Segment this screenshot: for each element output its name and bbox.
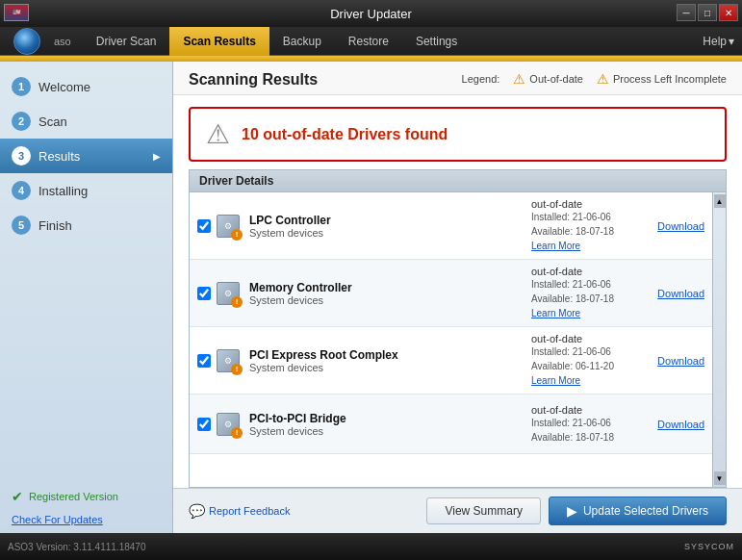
- sidebar-item-results[interactable]: 3 Results ▶: [0, 139, 172, 173]
- warning-badge-4: !: [231, 427, 243, 439]
- step-5-number: 5: [12, 216, 31, 235]
- driver-meta-2: Installed: 21-06-06 Available: 18-07-18 …: [531, 277, 627, 320]
- step-1-number: 1: [12, 77, 31, 96]
- legend: Legend: ⚠ Out-of-date ⚠ Process Left Inc…: [462, 71, 727, 87]
- table-row: ⚙ ! PCI-to-PCI Bridge System devices out…: [190, 395, 712, 454]
- scrollbar[interactable]: ▲ ▼: [713, 191, 727, 488]
- download-link-3[interactable]: Download: [657, 355, 704, 367]
- warning-badge-1: !: [231, 229, 243, 241]
- driver-checkbox-4[interactable]: [197, 418, 211, 431]
- driver-category-1: System devices: [249, 227, 531, 239]
- driver-meta-4: Installed: 21-06-06 Available: 18-07-18: [531, 416, 627, 445]
- check-updates-link[interactable]: Check For Updates: [0, 510, 172, 533]
- menu-tabs: Driver Scan Scan Results Backup Restore …: [83, 27, 471, 56]
- step-4-number: 4: [12, 181, 31, 200]
- minimize-button[interactable]: ─: [677, 4, 696, 21]
- feedback-icon: 💬: [189, 503, 205, 519]
- driver-info-1: LPC Controller System devices: [249, 214, 531, 239]
- main-layout: 1 Welcome 2 Scan 3 Results ▶ 4 Installin…: [0, 62, 742, 533]
- view-summary-button[interactable]: View Summary: [426, 497, 540, 524]
- driver-status-1: out-of-date Installed: 21-06-06 Availabl…: [531, 198, 627, 253]
- download-link-2[interactable]: Download: [657, 288, 704, 299]
- driver-list: ⚙ ! LPC Controller System devices out-of…: [189, 191, 713, 488]
- status-bar: ASO3 Version: 3.11.4111.18470 SYSYCOM: [0, 533, 742, 560]
- version-label: ASO3 Version: 3.11.4111.18470: [8, 542, 145, 552]
- learn-more-link-3[interactable]: Learn More: [531, 375, 580, 386]
- driver-download-3: Download: [627, 354, 704, 368]
- table-row: ⚙ ! Memory Controller System devices out…: [190, 260, 712, 327]
- title-bar: 🇺🇸 Driver Updater ─ □ ✕: [0, 0, 742, 27]
- driver-name-1: LPC Controller: [249, 214, 531, 227]
- learn-more-link-1[interactable]: Learn More: [531, 241, 580, 251]
- warning-badge-2: !: [231, 296, 243, 308]
- sidebar-item-label: Results: [38, 149, 80, 164]
- report-feedback-link[interactable]: 💬 Report Feedback: [189, 503, 290, 519]
- driver-category-4: System devices: [249, 425, 531, 437]
- info-icon: ⚠: [597, 71, 609, 87]
- driver-icon-1: ⚙ !: [217, 215, 240, 238]
- brand-watermark: SYSYCOM: [684, 542, 734, 551]
- driver-status-4: out-of-date Installed: 21-06-06 Availabl…: [531, 404, 627, 445]
- step-2-number: 2: [12, 112, 31, 131]
- driver-name-3: PCI Express Root Complex: [249, 348, 531, 362]
- learn-more-link-2[interactable]: Learn More: [531, 308, 580, 318]
- chevron-right-icon: ▶: [153, 151, 161, 162]
- sidebar: 1 Welcome 2 Scan 3 Results ▶ 4 Installin…: [0, 62, 173, 533]
- tab-backup[interactable]: Backup: [269, 27, 335, 56]
- content-area: Scanning Results Legend: ⚠ Out-of-date ⚠…: [173, 62, 742, 533]
- maximize-button[interactable]: □: [698, 4, 717, 21]
- step-3-number: 3: [12, 146, 31, 165]
- scroll-down-button[interactable]: ▼: [714, 471, 726, 485]
- driver-icon-4: ⚙ !: [217, 413, 240, 436]
- sidebar-item-welcome[interactable]: 1 Welcome: [0, 69, 172, 104]
- help-menu[interactable]: Help ▾: [703, 35, 734, 48]
- alert-banner: ⚠ 10 out-of-date Drivers found: [189, 107, 727, 162]
- update-selected-button[interactable]: ▶ Update Selected Drivers: [549, 496, 727, 525]
- alert-message: 10 out-of-date Drivers found: [242, 126, 448, 143]
- driver-details-header: Driver Details: [189, 169, 727, 191]
- legend-label: Legend:: [462, 73, 500, 85]
- sidebar-item-label: Finish: [38, 218, 72, 233]
- close-button[interactable]: ✕: [719, 4, 738, 21]
- driver-name-4: PCI-to-PCI Bridge: [249, 412, 531, 425]
- logo-globe-icon: [13, 28, 40, 55]
- download-link-4[interactable]: Download: [657, 419, 704, 430]
- driver-download-4: Download: [627, 418, 704, 431]
- sidebar-item-finish[interactable]: 5 Finish: [0, 208, 172, 242]
- checkmark-icon: ✔: [12, 489, 23, 504]
- sidebar-item-label: Scan: [38, 115, 67, 129]
- driver-icon-2: ⚙ !: [217, 282, 240, 305]
- registered-label: Registered Version: [29, 491, 118, 502]
- driver-status-2: out-of-date Installed: 21-06-06 Availabl…: [531, 266, 627, 320]
- tab-restore[interactable]: Restore: [335, 27, 402, 56]
- sidebar-item-label: Welcome: [38, 80, 90, 94]
- table-row: ⚙ ! LPC Controller System devices out-of…: [190, 192, 712, 260]
- driver-download-2: Download: [627, 287, 704, 300]
- menu-bar: aso Driver Scan Scan Results Backup Rest…: [0, 27, 742, 56]
- tab-scan-results[interactable]: Scan Results: [169, 27, 269, 56]
- driver-icon-3: ⚙ !: [217, 349, 240, 372]
- driver-meta-1: Installed: 21-06-06 Available: 18-07-18 …: [531, 210, 627, 253]
- window-controls: ─ □ ✕: [677, 4, 738, 21]
- warning-badge-3: !: [231, 364, 243, 375]
- tab-settings[interactable]: Settings: [402, 27, 471, 56]
- driver-checkbox-2[interactable]: [197, 287, 211, 300]
- tab-driver-scan[interactable]: Driver Scan: [83, 27, 170, 56]
- warning-icon: ⚠: [513, 71, 525, 87]
- driver-checkbox-3[interactable]: [197, 354, 211, 368]
- driver-checkbox-1[interactable]: [197, 219, 211, 233]
- sidebar-item-scan[interactable]: 2 Scan: [0, 104, 172, 139]
- download-link-1[interactable]: Download: [657, 220, 704, 232]
- driver-info-3: PCI Express Root Complex System devices: [249, 348, 531, 373]
- legend-process-left: ⚠ Process Left Incomplete: [597, 71, 727, 87]
- sidebar-item-installing[interactable]: 4 Installing: [0, 173, 172, 208]
- brand-label: aso: [54, 36, 71, 47]
- scroll-up-button[interactable]: ▲: [714, 194, 726, 208]
- legend-out-of-date: ⚠ Out-of-date: [513, 71, 583, 87]
- table-row: ⚙ ! PCI Express Root Complex System devi…: [190, 327, 712, 395]
- content-header: Scanning Results Legend: ⚠ Out-of-date ⚠…: [173, 62, 742, 95]
- update-selected-label: Update Selected Drivers: [583, 504, 708, 518]
- driver-category-2: System devices: [249, 294, 531, 306]
- driver-name-2: Memory Controller: [249, 281, 531, 294]
- driver-category-3: System devices: [249, 362, 531, 373]
